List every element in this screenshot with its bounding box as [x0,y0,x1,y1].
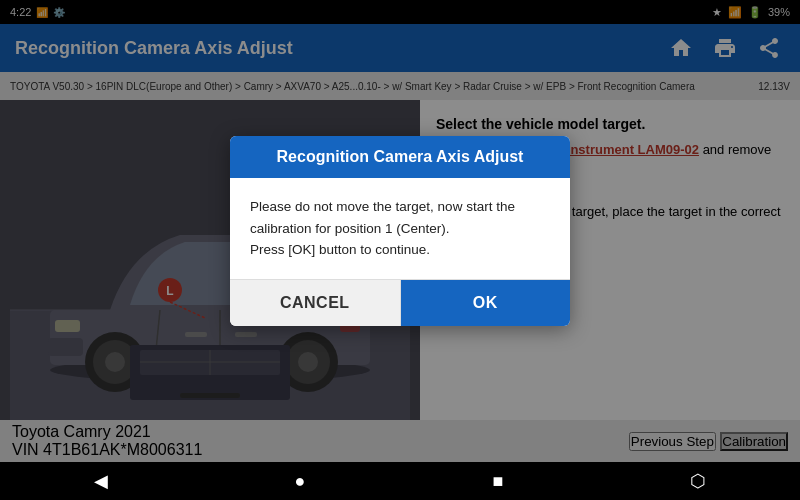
custom-nav-icon[interactable]: ⬡ [690,470,706,492]
dialog-title: Recognition Camera Axis Adjust [230,136,570,178]
android-nav-bar: ◀ ● ■ ⬡ [0,462,800,500]
dialog-footer: CANCEL OK [230,279,570,326]
confirmation-dialog: Recognition Camera Axis Adjust Please do… [230,136,570,326]
back-nav-icon[interactable]: ◀ [94,470,108,492]
dialog-message: Please do not move the target, now start… [230,178,570,279]
cancel-button[interactable]: CANCEL [230,280,401,326]
ok-button[interactable]: OK [401,280,571,326]
recents-nav-icon[interactable]: ■ [493,471,504,492]
home-nav-icon[interactable]: ● [295,471,306,492]
dialog-overlay: Recognition Camera Axis Adjust Please do… [0,0,800,462]
dialog-message-text: Please do not move the target, now start… [250,199,515,257]
